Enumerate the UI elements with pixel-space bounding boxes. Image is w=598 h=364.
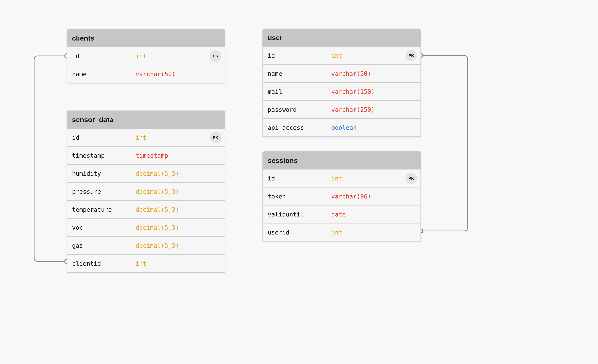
field-type: int — [136, 260, 146, 267]
field-row-sessions-validuntil[interactable]: validuntil date — [263, 205, 421, 223]
field-type: varchar(150) — [331, 88, 375, 95]
pk-badge: PK — [210, 50, 221, 62]
table-title: user — [268, 34, 282, 42]
field-name: id — [268, 175, 275, 182]
field-name: id — [72, 134, 79, 141]
field-type: varchar(50) — [136, 71, 175, 78]
table-title: clients — [72, 34, 94, 42]
field-type: decimal(5,3) — [136, 224, 179, 231]
field-type: decimal(5,3) — [136, 242, 179, 249]
field-row-sensor-data-timestamp[interactable]: timestamp timestamp — [67, 146, 225, 164]
field-row-sessions-userid[interactable]: userid int — [263, 223, 421, 241]
field-name: token — [268, 193, 286, 200]
field-name: id — [268, 52, 275, 59]
field-type: int — [331, 175, 342, 182]
table-title: sessions — [268, 156, 298, 164]
field-name: clientid — [72, 260, 101, 267]
field-type: int — [331, 52, 342, 59]
field-type: decimal(5,3) — [136, 206, 179, 213]
table-sessions-header[interactable]: sessions — [262, 151, 421, 170]
table-clients[interactable]: clients id int PK name varchar(50) — [67, 29, 225, 83]
table-clients-rows: id int PK name varchar(50) — [67, 47, 225, 83]
field-row-user-api-access[interactable]: api_access boolean — [263, 118, 421, 136]
field-row-sensor-data-id[interactable]: id int PK — [67, 129, 225, 146]
field-type: decimal(5,3) — [136, 188, 179, 195]
field-type: timestamp — [136, 152, 168, 159]
field-type: decimal(5,3) — [136, 170, 179, 177]
field-row-sensor-data-humidity[interactable]: humidity decimal(5,3) — [67, 164, 225, 182]
pk-badge: PK — [406, 50, 417, 61]
field-name: validuntil — [268, 211, 304, 218]
field-name: name — [72, 71, 87, 78]
field-name: api_access — [268, 124, 304, 131]
field-row-clients-name[interactable]: name varchar(50) — [67, 65, 225, 83]
table-sensor-data-header[interactable]: sensor_data — [67, 111, 225, 129]
field-row-user-id[interactable]: id int PK — [263, 47, 421, 65]
field-type: int — [331, 229, 342, 236]
table-title: sensor_data — [72, 116, 113, 124]
pk-badge: PK — [406, 173, 417, 184]
field-row-sessions-token[interactable]: token varchar(96) — [263, 187, 421, 205]
field-name: humidity — [72, 170, 101, 177]
field-name: gas — [72, 242, 83, 249]
field-row-clients-id[interactable]: id int PK — [67, 47, 225, 65]
relationship-user-sessions[interactable] — [421, 56, 468, 231]
field-row-user-password[interactable]: password varchar(250) — [263, 100, 421, 118]
field-name: password — [268, 106, 297, 113]
field-type: varchar(250) — [331, 106, 375, 113]
field-row-user-name[interactable]: name varchar(50) — [263, 65, 421, 82]
field-name: mail — [268, 88, 282, 95]
field-row-sensor-data-clientid[interactable]: clientid int — [67, 254, 225, 272]
field-row-sessions-id[interactable]: id int PK — [263, 170, 421, 187]
relationship-clients-sensor-data[interactable] — [34, 56, 67, 261]
field-name: timestamp — [72, 152, 105, 159]
table-user-header[interactable]: user — [262, 29, 421, 47]
field-row-sensor-data-pressure[interactable]: pressure decimal(5,3) — [67, 182, 225, 200]
field-name: id — [72, 53, 79, 60]
table-clients-header[interactable]: clients — [67, 29, 225, 47]
field-row-sensor-data-voc[interactable]: voc decimal(5,3) — [67, 218, 225, 236]
table-sessions-rows: id int PK token varchar(96) validuntil d… — [262, 170, 421, 242]
table-user-rows: id int PK name varchar(50) mail varchar(… — [262, 47, 421, 137]
field-type: int — [136, 53, 146, 60]
field-type: varchar(50) — [331, 70, 371, 77]
field-name: temperature — [72, 206, 112, 213]
table-sensor-data[interactable]: sensor_data id int PK timestamp timestam… — [67, 111, 225, 273]
field-name: name — [268, 70, 282, 77]
field-name: voc — [72, 224, 83, 231]
field-name: userid — [268, 229, 289, 236]
field-row-sensor-data-temperature[interactable]: temperature decimal(5,3) — [67, 200, 225, 218]
table-sensor-data-rows: id int PK timestamp timestamp humidity d… — [67, 129, 225, 273]
field-row-sensor-data-gas[interactable]: gas decimal(5,3) — [67, 236, 225, 254]
field-type: boolean — [331, 124, 357, 131]
table-user[interactable]: user id int PK name varchar(50) mail var… — [262, 29, 421, 137]
field-row-user-mail[interactable]: mail varchar(150) — [263, 82, 421, 100]
table-sessions[interactable]: sessions id int PK token varchar(96) val… — [262, 151, 421, 242]
field-type: int — [136, 134, 146, 141]
field-type: date — [331, 211, 346, 218]
er-diagram-canvas[interactable]: clients id int PK name varchar(50) senso… — [0, 0, 598, 364]
field-name: pressure — [72, 188, 101, 195]
field-type: varchar(96) — [331, 193, 371, 200]
pk-badge: PK — [210, 132, 221, 143]
